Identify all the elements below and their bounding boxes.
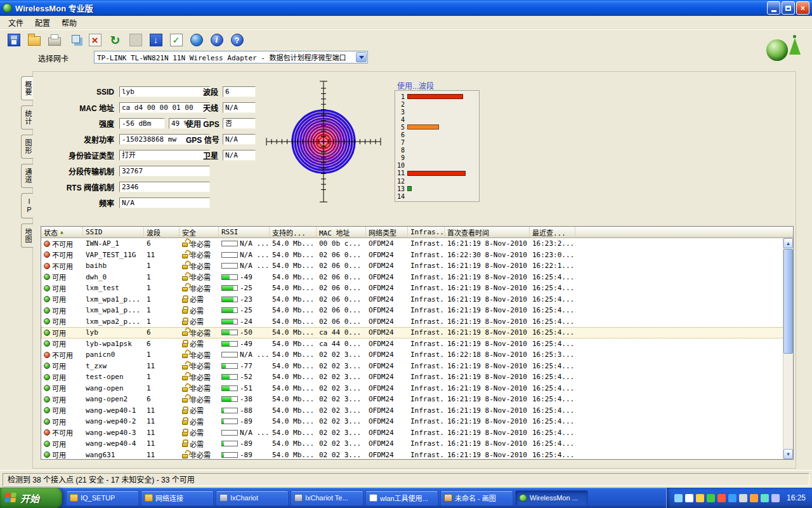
tray-icon[interactable]	[696, 494, 704, 502]
menu-item[interactable]: 文件	[3, 16, 29, 29]
taskbar-item[interactable]: IQ_SETUP	[66, 490, 139, 506]
menu-item[interactable]: 帮助	[56, 16, 82, 29]
table-row[interactable]: 可用wang-wep40-111必需-8854.0 Mb...02 02 3..…	[41, 405, 793, 417]
table-row[interactable]: 可用wang-open26非必需-3854.0 Mb...02 02 3...O…	[41, 394, 793, 405]
column-header[interactable]: 波段	[144, 227, 180, 237]
field-label: MAC 地址	[49, 102, 119, 113]
info-button[interactable]	[208, 32, 225, 49]
save-icon	[8, 34, 20, 46]
column-header[interactable]: 首次查看时间	[445, 227, 530, 237]
side-tab-1[interactable]: 概要	[21, 76, 33, 100]
taskbar-item[interactable]: IxChariot Te...	[291, 490, 363, 506]
checklist-button[interactable]	[167, 32, 185, 49]
side-tab-3[interactable]: 图形	[21, 135, 33, 159]
lock-open-icon	[182, 365, 188, 370]
column-header[interactable]: 最近查...	[530, 227, 575, 237]
side-tab-5[interactable]: IP	[21, 193, 33, 218]
table-row[interactable]: 可用lyb-wpa1psk6必需-4954.0 Mb...ca 44 0...O…	[41, 338, 793, 350]
maximize-button[interactable]	[782, 1, 795, 15]
lock-closed-icon	[182, 432, 188, 436]
column-header[interactable]: MAC 地址	[317, 227, 366, 237]
start-button[interactable]: 开始	[0, 488, 62, 508]
cell: 54.0 Mb...	[270, 327, 317, 338]
tray-icon[interactable]	[674, 494, 683, 502]
cell: test-open	[83, 371, 144, 383]
status-text: 不可用	[52, 239, 73, 249]
scrollbar-thumb[interactable]	[783, 249, 793, 354]
column-header[interactable]: 状态▲	[41, 227, 83, 237]
column-header[interactable]: 安全	[180, 227, 219, 237]
tray-icon[interactable]	[685, 494, 693, 502]
ssid-text: wang-wep40-1	[86, 406, 136, 415]
taskbar-item[interactable]: wlan工具使用...	[365, 490, 438, 506]
column-header[interactable]: 网络类型	[366, 227, 408, 237]
taskbar-item[interactable]: WirelessMon ...	[515, 490, 588, 506]
connect-button[interactable]	[127, 32, 144, 49]
table-row[interactable]: 可用wang-wep40-411必需-8954.0 Mb...02 02 3..…	[41, 438, 793, 450]
channel-row: 12	[396, 177, 478, 185]
globe-button[interactable]	[188, 32, 205, 49]
tray-icon[interactable]	[750, 494, 758, 502]
table-row[interactable]: 不可用panicn01非必需N/A ...54.0 Mb...02 02 3..…	[41, 349, 793, 361]
table-row[interactable]: 不可用wang-wep40-311必需N/A ...54.0 Mb...02 0…	[41, 427, 793, 439]
cell: OFDM24	[366, 450, 408, 460]
field-label: GPS 信号	[186, 134, 223, 145]
table-row[interactable]: 不可用baihb1非必需N/A ...54.0 Mb...02 06 0...O…	[41, 260, 793, 272]
table-row[interactable]: 可用wang63111非必需-8954.0 Mb...02 02 3...OFD…	[41, 450, 793, 460]
import-button[interactable]	[147, 32, 164, 49]
column-header[interactable]: RSSI	[219, 227, 270, 237]
table-row[interactable]: 可用t_zxw11非必需-7754.0 Mb...02 02 3...OFDM2…	[41, 361, 793, 372]
cell: 02 06 0...	[317, 294, 366, 305]
close-button[interactable]: ×	[796, 1, 809, 15]
table-row[interactable]: 可用dwh_01非必需-4954.0 Mb...02 06 0...OFDM24…	[41, 272, 793, 283]
table-row[interactable]: 可用lxm_test1非必需-2554.0 Mb...02 06 0...OFD…	[41, 283, 793, 294]
column-header[interactable]: SSID	[83, 227, 144, 237]
taskbar-item[interactable]: 未命名 - 画图	[440, 490, 513, 506]
rssi-text: -51	[240, 384, 252, 392]
table-row[interactable]: 可用wang-open1非必需-5154.0 Mb...02 02 3...OF…	[41, 383, 793, 394]
save-button[interactable]	[5, 32, 22, 49]
vertical-scrollbar[interactable]: ▲ ▼	[783, 238, 793, 459]
cell: 02 06 0...	[317, 316, 366, 328]
infrastructure-text: Infrast...	[410, 306, 445, 314]
tray-icon[interactable]	[761, 494, 769, 502]
ssid-text: lxm_wpa1_p...	[86, 306, 140, 314]
column-header[interactable]: 支持的...	[270, 227, 317, 237]
menu-item[interactable]: 配置	[29, 16, 56, 29]
copy-button[interactable]	[66, 32, 83, 49]
tray-icon[interactable]	[739, 494, 747, 502]
cell: -24	[219, 316, 270, 328]
tray-icon[interactable]	[728, 494, 737, 502]
side-tab-4[interactable]: 通道	[21, 164, 33, 188]
dropdown-button[interactable]	[356, 52, 367, 62]
tray-icon[interactable]	[717, 494, 726, 502]
print-button[interactable]	[46, 32, 63, 49]
table-row[interactable]: 可用wang-wep40-211必需-8954.0 Mb...02 02 3..…	[41, 416, 793, 427]
column-header[interactable]: Infras...	[408, 227, 445, 237]
cell: 11	[144, 416, 180, 427]
adapter-select[interactable]: TP-LINK TL-WN821N 11N Wireless Adapter -…	[94, 51, 368, 64]
tray-icon[interactable]	[707, 494, 715, 502]
scroll-up-button[interactable]: ▲	[783, 238, 793, 248]
taskbar-item[interactable]: IxChariot	[216, 490, 289, 506]
table-row[interactable]: 可用lxm_wpa2_p...1必需-2454.0 Mb...02 06 0..…	[41, 316, 793, 328]
table-row[interactable]: 可用lxm_wpa1_p...1必需-2354.0 Mb...02 06 0..…	[41, 294, 793, 305]
taskbar-item[interactable]: 网络连接	[141, 490, 214, 506]
tray-icon[interactable]	[771, 494, 780, 502]
table-row[interactable]: 不可用VAP_TEST_11G11非必需N/A ...54.0 Mb...02 …	[41, 250, 793, 261]
minimize-button[interactable]	[767, 1, 780, 15]
refresh-button[interactable]	[107, 32, 124, 49]
cell: 可用	[41, 316, 83, 328]
scroll-down-button[interactable]: ▼	[783, 449, 793, 459]
table-row[interactable]: 可用test-open1非必需-5254.0 Mb...02 02 3...OF…	[41, 371, 793, 383]
side-tab-6[interactable]: 地图	[21, 224, 33, 248]
table-row[interactable]: 可用lyb6非必需-5054.0 Mb...ca 44 0...OFDM24In…	[41, 327, 793, 338]
help-button[interactable]	[228, 32, 246, 49]
side-tab-2[interactable]: 统计	[21, 105, 33, 130]
cell: 可用	[41, 416, 83, 427]
table-row[interactable]: 不可用IWN-AP_16非必需N/A ...54.0 Mb...00 0b c.…	[41, 238, 793, 250]
delete-button[interactable]	[86, 32, 103, 49]
status-text: 可用	[52, 361, 66, 371]
open-button[interactable]	[25, 32, 43, 49]
table-row[interactable]: 可用lxm_wpa1_p...1必需-2554.0 Mb...02 06 0..…	[41, 305, 793, 316]
